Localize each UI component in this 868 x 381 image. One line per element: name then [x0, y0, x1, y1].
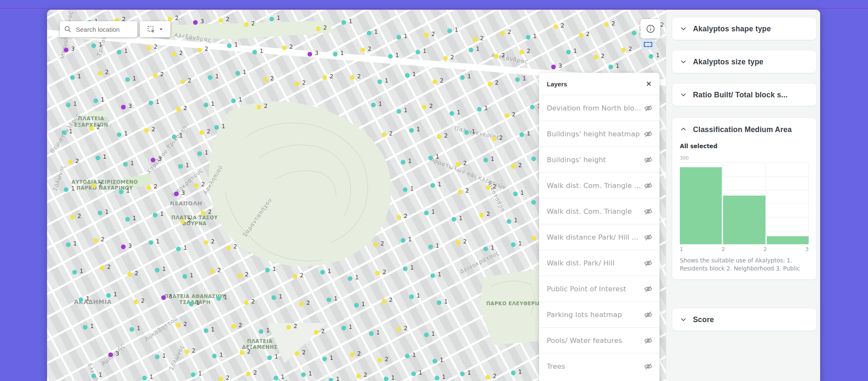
classification-dot[interactable] [244, 22, 249, 27]
classification-dot[interactable] [361, 48, 365, 52]
classification-dot[interactable] [174, 192, 179, 196]
classification-dot[interactable] [100, 266, 105, 271]
classification-dot[interactable] [200, 130, 204, 135]
classification-dot[interactable] [382, 299, 387, 304]
layer-item[interactable]: Walk dist. Park/ Hill [539, 250, 659, 276]
classification-dot[interactable] [226, 246, 231, 250]
classification-dot[interactable] [422, 105, 427, 110]
classification-dot[interactable] [412, 372, 416, 376]
classification-dot[interactable] [219, 377, 223, 381]
visibility-off-icon[interactable] [644, 233, 653, 242]
classification-dot[interactable] [424, 33, 429, 38]
visibility-off-icon[interactable] [644, 259, 653, 268]
classification-dot[interactable] [484, 158, 488, 163]
section-header-akalyptos-shape[interactable]: Akalyptos shape type [672, 17, 816, 41]
classification-dot[interactable] [70, 75, 75, 80]
classification-dot[interactable] [329, 378, 334, 381]
classification-dot[interactable] [452, 217, 456, 222]
visibility-off-icon[interactable] [644, 362, 653, 371]
classification-dot[interactable] [531, 157, 536, 161]
classification-dot[interactable] [437, 135, 442, 139]
classification-dot[interactable] [79, 298, 83, 302]
classification-dot[interactable] [456, 240, 461, 245]
classification-dot[interactable] [511, 164, 516, 169]
classification-dot[interactable] [181, 219, 185, 224]
section-header-score[interactable]: Score [672, 308, 816, 331]
classification-dot[interactable] [155, 355, 160, 359]
classification-dot[interactable] [117, 133, 122, 137]
classification-dot[interactable] [456, 162, 461, 167]
classification-dot[interactable] [520, 50, 524, 55]
classification-dot[interactable] [356, 374, 361, 378]
classification-dot[interactable] [424, 333, 429, 337]
classification-dot[interactable] [191, 373, 196, 377]
classification-dot[interactable] [98, 211, 103, 215]
classification-dot[interactable] [64, 188, 69, 192]
classification-dot[interactable] [62, 130, 67, 135]
classification-dot[interactable] [108, 353, 113, 357]
classification-dot[interactable] [149, 240, 153, 245]
classification-dot[interactable] [443, 56, 448, 61]
layer-item[interactable]: Parking lots heatmap [539, 301, 659, 327]
classification-dot[interactable] [373, 243, 378, 247]
classification-dot[interactable] [416, 50, 420, 55]
classification-dot[interactable] [64, 48, 69, 52]
section-header-classification[interactable]: Classification Medium Area [672, 118, 816, 142]
classification-dot[interactable] [201, 211, 206, 215]
close-icon[interactable]: ✕ [646, 80, 652, 88]
classification-dot[interactable] [403, 267, 408, 271]
visibility-off-icon[interactable] [644, 207, 653, 216]
search-box[interactable] [60, 21, 137, 37]
classification-dot[interactable] [323, 357, 327, 362]
classification-dot[interactable] [83, 325, 88, 330]
layer-item[interactable]: Walk dist. Com. Triangle [539, 198, 659, 224]
classification-dot[interactable] [551, 65, 556, 69]
classification-dot[interactable] [431, 273, 435, 278]
classification-dot[interactable] [501, 31, 505, 36]
classification-dot[interactable] [428, 156, 433, 160]
classification-dot[interactable] [227, 44, 232, 48]
classification-dot[interactable] [210, 269, 215, 274]
classification-dot[interactable] [98, 71, 103, 76]
layer-item[interactable]: Walk dist. Com. Triangle ... [539, 172, 659, 198]
layer-item[interactable]: Trees [539, 353, 659, 379]
classification-dot[interactable] [176, 107, 181, 112]
classification-dot[interactable] [106, 293, 111, 298]
classification-dot[interactable] [263, 77, 268, 82]
classification-dot[interactable] [409, 128, 414, 133]
classification-dot[interactable] [121, 105, 126, 110]
visibility-off-icon[interactable] [644, 310, 653, 319]
classification-dot[interactable] [253, 50, 257, 55]
section-header-ratio-built[interactable]: Ratio Built/ Total block s... [672, 83, 816, 107]
classification-dot[interactable] [301, 373, 306, 377]
classification-dot[interactable] [134, 300, 139, 304]
classification-dot[interactable] [240, 351, 245, 355]
classification-dot[interactable] [350, 353, 355, 357]
classification-dot[interactable] [117, 50, 122, 55]
classification-dot[interactable] [172, 52, 177, 57]
classification-dot[interactable] [369, 331, 374, 336]
classification-dot[interactable] [193, 20, 198, 25]
classification-dot[interactable] [376, 271, 380, 276]
layer-item[interactable]: Public Point of Interest [539, 276, 659, 301]
classification-dot[interactable] [484, 247, 488, 251]
classification-dot[interactable] [194, 183, 199, 188]
classification-dot[interactable] [219, 18, 223, 23]
classification-dot[interactable] [161, 295, 166, 300]
classification-dot[interactable] [435, 376, 440, 381]
classification-dot[interactable] [299, 302, 304, 306]
classification-dot[interactable] [295, 82, 300, 86]
classification-dot[interactable] [450, 111, 454, 116]
classification-dot[interactable] [492, 137, 497, 141]
classification-dot[interactable] [405, 73, 410, 78]
classification-dot[interactable] [621, 48, 626, 52]
classification-dot[interactable] [401, 160, 406, 165]
classification-dot[interactable] [458, 190, 463, 194]
classification-dot[interactable] [397, 327, 401, 332]
classification-dot[interactable] [92, 44, 96, 48]
legend-chip-button[interactable] [641, 39, 655, 50]
classification-dot[interactable] [217, 296, 221, 301]
classification-dot[interactable] [401, 238, 406, 243]
layer-item[interactable]: Deviation from North blo... [539, 95, 659, 121]
classification-dot[interactable] [342, 326, 346, 331]
